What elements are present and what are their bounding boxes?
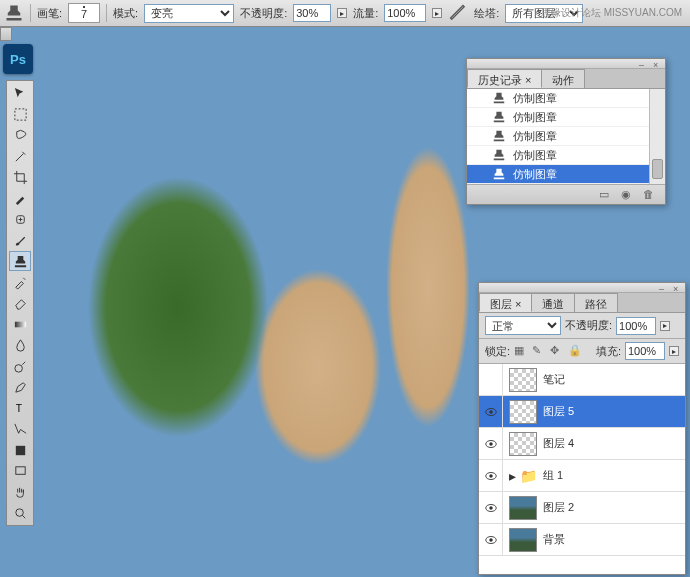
history-item-label: 仿制图章 xyxy=(513,129,557,144)
history-item[interactable]: 仿制图章 xyxy=(467,108,665,127)
layer-opacity-label: 不透明度: xyxy=(565,318,612,333)
options-bar: 画笔: 7 模式: 变亮 不透明度: ▸ 流量: ▸ 绘塔: 所有图层 思缘设计… xyxy=(0,0,690,27)
visibility-toggle[interactable] xyxy=(479,396,503,427)
history-panel: – × 历史记录 × 动作 仿制图章仿制图章仿制图章仿制图章仿制图章 ▭ ◉ 🗑 xyxy=(466,58,666,205)
flow-input[interactable] xyxy=(384,4,426,22)
airbrush-icon[interactable] xyxy=(448,3,468,23)
layer-blend-mode-select[interactable]: 正常 xyxy=(485,316,561,335)
minimize-icon[interactable]: – xyxy=(639,60,647,68)
marquee-tool[interactable] xyxy=(9,104,31,124)
lock-position-icon[interactable]: ✥ xyxy=(550,344,564,358)
layer-row[interactable]: 图层 5 xyxy=(479,396,685,428)
chevron-right-icon[interactable]: ▸ xyxy=(669,346,679,356)
svg-point-3 xyxy=(14,364,22,372)
visibility-toggle[interactable] xyxy=(479,460,503,491)
fill-label: 填充: xyxy=(596,344,621,359)
lock-paint-icon[interactable]: ✎ xyxy=(532,344,546,358)
svg-rect-5 xyxy=(15,445,24,454)
shape-tool[interactable] xyxy=(9,440,31,460)
wand-tool[interactable] xyxy=(9,146,31,166)
visibility-toggle[interactable] xyxy=(479,364,503,395)
fill-input[interactable] xyxy=(625,342,665,360)
lock-transparency-icon[interactable]: ▦ xyxy=(514,344,528,358)
history-item[interactable]: 仿制图章 xyxy=(467,146,665,165)
svg-point-17 xyxy=(489,538,493,542)
brush-size-value: 7 xyxy=(81,8,87,20)
history-item[interactable]: 仿制图章 xyxy=(467,89,665,108)
pen-tool[interactable] xyxy=(9,377,31,397)
close-icon[interactable]: × xyxy=(673,284,681,292)
opacity-label: 不透明度: xyxy=(240,6,287,21)
lasso-tool[interactable] xyxy=(9,125,31,145)
stamp-icon xyxy=(491,90,507,106)
tab-history[interactable]: 历史记录 × xyxy=(467,69,542,88)
visibility-toggle[interactable] xyxy=(479,428,503,459)
crop-tool[interactable] xyxy=(9,167,31,187)
toolbox: T xyxy=(6,80,34,526)
history-item[interactable]: 仿制图章 xyxy=(467,165,665,184)
history-list: 仿制图章仿制图章仿制图章仿制图章仿制图章 xyxy=(467,89,665,184)
close-icon[interactable]: × xyxy=(653,60,661,68)
layer-row[interactable]: 图层 4 xyxy=(479,428,685,460)
sample-label: 绘塔: xyxy=(474,6,499,21)
eyedropper-tool[interactable] xyxy=(9,188,31,208)
layer-row[interactable]: ▸ 📁组 1 xyxy=(479,460,685,492)
eraser-tool[interactable] xyxy=(9,293,31,313)
layer-thumbnail xyxy=(509,496,537,520)
visibility-toggle[interactable] xyxy=(479,492,503,523)
blend-mode-select[interactable]: 变亮 xyxy=(144,4,234,23)
blur-tool[interactable] xyxy=(9,335,31,355)
history-scrollbar[interactable] xyxy=(649,89,665,184)
history-item-label: 仿制图章 xyxy=(513,110,557,125)
history-brush-tool[interactable] xyxy=(9,272,31,292)
tab-layers[interactable]: 图层 × xyxy=(479,293,532,312)
minimize-icon[interactable]: – xyxy=(659,284,667,292)
layer-thumbnail xyxy=(509,432,537,456)
layer-name: 图层 4 xyxy=(543,436,574,451)
hand-tool[interactable] xyxy=(9,482,31,502)
layer-thumbnail xyxy=(509,400,537,424)
opacity-input[interactable] xyxy=(293,4,331,22)
notes-tool[interactable] xyxy=(9,461,31,481)
path-tool[interactable] xyxy=(9,419,31,439)
snapshot-icon[interactable]: ◉ xyxy=(621,188,635,202)
panel-grip[interactable] xyxy=(0,27,12,41)
layer-row[interactable]: 背景 xyxy=(479,524,685,556)
type-tool[interactable]: T xyxy=(9,398,31,418)
flow-label: 流量: xyxy=(353,6,378,21)
photoshop-logo: Ps xyxy=(3,44,33,74)
gradient-tool[interactable] xyxy=(9,314,31,334)
trash-icon[interactable]: 🗑 xyxy=(643,188,657,202)
layer-row[interactable]: 图层 2 xyxy=(479,492,685,524)
stamp-tool-icon xyxy=(4,3,24,23)
tab-paths[interactable]: 路径 xyxy=(574,293,618,312)
svg-rect-2 xyxy=(14,321,25,327)
brush-tool[interactable] xyxy=(9,230,31,250)
visibility-toggle[interactable] xyxy=(479,524,503,555)
dodge-tool[interactable] xyxy=(9,356,31,376)
history-item[interactable]: 仿制图章 xyxy=(467,127,665,146)
tab-channels[interactable]: 通道 xyxy=(531,293,575,312)
layer-name: 图层 2 xyxy=(543,500,574,515)
opacity-chevron-icon[interactable]: ▸ xyxy=(337,8,347,18)
watermark-text: 思缘设计论坛 MISSYUAN.COM xyxy=(541,6,682,20)
new-document-icon[interactable]: ▭ xyxy=(599,188,613,202)
move-tool[interactable] xyxy=(9,83,31,103)
lock-all-icon[interactable]: 🔒 xyxy=(568,344,582,358)
svg-rect-6 xyxy=(15,466,24,474)
tab-actions[interactable]: 动作 xyxy=(541,69,585,88)
layer-opacity-input[interactable] xyxy=(616,317,656,335)
zoom-tool[interactable] xyxy=(9,503,31,523)
brush-label: 画笔: xyxy=(37,6,62,21)
chevron-right-icon[interactable]: ▸ xyxy=(660,321,670,331)
history-item-label: 仿制图章 xyxy=(513,167,557,182)
stamp-tool[interactable] xyxy=(9,251,31,271)
layer-thumbnail xyxy=(509,528,537,552)
layer-row[interactable]: 笔记 xyxy=(479,364,685,396)
layer-name: 背景 xyxy=(543,532,565,547)
history-item-label: 仿制图章 xyxy=(513,148,557,163)
brush-preset-picker[interactable]: 7 xyxy=(68,3,100,23)
healing-tool[interactable] xyxy=(9,209,31,229)
flow-chevron-icon[interactable]: ▸ xyxy=(432,8,442,18)
layer-name: 组 1 xyxy=(543,468,563,483)
